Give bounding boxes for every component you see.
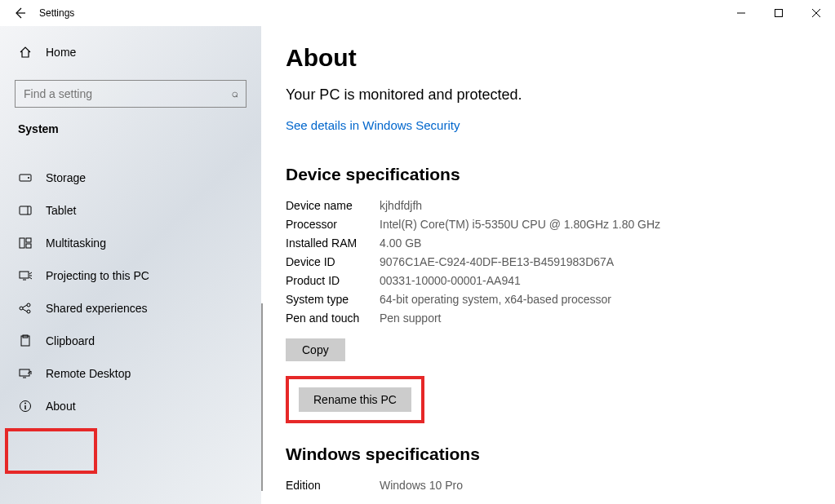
highlight-rename: Rename this PC [286, 376, 424, 423]
close-button[interactable] [797, 0, 835, 26]
nav-multitasking[interactable]: Multitasking [0, 227, 261, 259]
protected-text: Your PC is monitored and protected. [286, 86, 835, 104]
spec-value: 9076C1AE-C924-40DF-BE13-B4591983D67A [380, 255, 614, 268]
nav-shared[interactable]: Shared experiences [0, 292, 261, 325]
storage-icon [18, 171, 33, 184]
minimize-button[interactable] [722, 0, 760, 26]
device-specs: Device namekjhdfdjfh ProcessorIntel(R) C… [286, 199, 835, 325]
spec-value: 00331-10000-00001-AA941 [380, 274, 521, 287]
close-icon [812, 9, 820, 17]
nav-label: Shared experiences [46, 302, 148, 315]
page-title: About [286, 44, 835, 72]
svg-rect-6 [20, 206, 31, 214]
spec-label: System type [286, 293, 380, 306]
maximize-button[interactable] [760, 0, 797, 26]
tablet-icon [18, 204, 33, 217]
highlight-about [5, 428, 97, 474]
svg-rect-8 [20, 238, 24, 248]
nav-label: Clipboard [46, 334, 95, 347]
spec-label: Product ID [286, 274, 380, 287]
content-pane: About Your PC is monitored and protected… [261, 26, 835, 504]
window-title: Settings [39, 7, 74, 19]
nav-label: Remote Desktop [46, 367, 131, 380]
svg-point-20 [24, 403, 26, 405]
home-label: Home [46, 46, 76, 59]
svg-point-5 [28, 177, 29, 179]
spec-value: Pen support [380, 312, 442, 325]
svg-point-12 [20, 307, 23, 310]
spec-value: kjhdfdjfh [380, 199, 422, 212]
spec-label: Pen and touch [286, 312, 380, 325]
spec-label: Edition [286, 479, 380, 492]
sidebar: Home ⌕ System Storage Tablet Multitaskin [0, 26, 261, 504]
about-icon [18, 400, 33, 413]
clipboard-icon [18, 334, 33, 347]
spec-label: Processor [286, 218, 380, 231]
nav-label: Tablet [46, 204, 76, 217]
spec-label: Installed RAM [286, 237, 380, 250]
projecting-icon [18, 269, 33, 282]
nav-about[interactable]: About [0, 390, 261, 422]
back-button[interactable] [0, 0, 39, 26]
security-link[interactable]: See details in Windows Security [286, 118, 460, 132]
copy-button[interactable]: Copy [286, 338, 345, 361]
home-icon [18, 46, 33, 59]
nav-projecting[interactable]: Projecting to this PC [0, 259, 261, 292]
svg-rect-1 [775, 10, 783, 17]
multitasking-icon [18, 237, 33, 250]
nav-remote[interactable]: Remote Desktop [0, 357, 261, 390]
svg-rect-9 [26, 238, 31, 242]
spec-value: Intel(R) Core(TM) i5-5350U CPU @ 1.80GHz… [380, 218, 660, 231]
nav-tablet[interactable]: Tablet [0, 194, 261, 227]
svg-point-13 [27, 303, 30, 307]
search-icon: ⌕ [232, 86, 238, 99]
svg-rect-11 [20, 272, 29, 278]
section-heading: System [0, 108, 261, 144]
spec-value: 64-bit operating system, x64-based proce… [380, 293, 611, 306]
maximize-icon [775, 9, 783, 17]
windows-spec-heading: Windows specifications [286, 444, 835, 464]
spec-label: Device ID [286, 255, 380, 268]
svg-point-14 [27, 310, 30, 313]
nav-clipboard[interactable]: Clipboard [0, 325, 261, 357]
home-nav[interactable]: Home [0, 36, 261, 69]
nav-label: Multitasking [46, 237, 106, 250]
minimize-icon [737, 9, 745, 17]
windows-specs: EditionWindows 10 Pro [286, 479, 835, 492]
svg-rect-10 [26, 244, 31, 248]
spec-label: Device name [286, 199, 380, 212]
remote-icon [18, 367, 33, 380]
back-arrow-icon [13, 7, 26, 20]
spec-value: 4.00 GB [380, 237, 421, 250]
nav-label: Storage [46, 171, 86, 184]
nav-label: About [46, 400, 76, 413]
scrollbar[interactable] [261, 303, 263, 491]
nav-storage[interactable]: Storage [0, 161, 261, 194]
device-spec-heading: Device specifications [286, 165, 835, 184]
titlebar: Settings [0, 0, 835, 26]
shared-icon [18, 302, 33, 315]
svg-rect-17 [20, 369, 29, 376]
spec-value: Windows 10 Pro [380, 479, 463, 492]
search-input[interactable] [15, 80, 247, 108]
rename-pc-button[interactable]: Rename this PC [299, 387, 411, 412]
nav-label: Projecting to this PC [46, 269, 149, 282]
